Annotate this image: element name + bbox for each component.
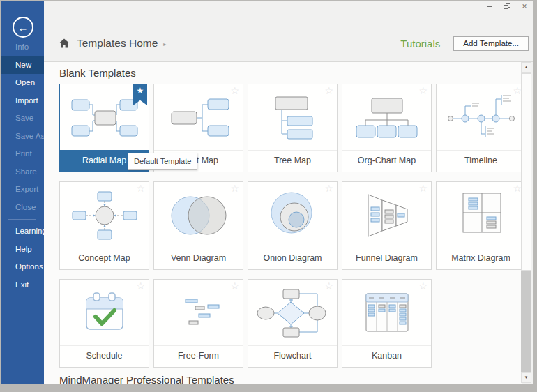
template-card-label: Funnel Diagram <box>342 248 431 269</box>
template-card-free-form[interactable]: ☆ Free-Form <box>153 279 243 368</box>
template-card-label: Tree Map <box>248 150 337 172</box>
template-card-funnel-diagram[interactable]: ☆ Funnel Diagram <box>342 181 432 270</box>
close-icon[interactable]: ✕ <box>521 3 528 10</box>
template-card-label: Timeline <box>437 150 522 172</box>
funnel-diagram-icon <box>342 182 431 249</box>
right-map-icon <box>154 84 243 151</box>
template-card-concept-map[interactable]: ☆ Concept Map <box>59 181 149 270</box>
sidebar-item-close: Close <box>1 199 44 217</box>
sidebar-item-share: Share <box>1 163 44 181</box>
sidebar-item-exit[interactable]: Exit <box>1 276 44 294</box>
template-card-flowchart[interactable]: ☆ Flowchart <box>248 279 338 368</box>
scroll-down-icon[interactable]: ▼ <box>521 372 531 383</box>
template-card-label: Schedule <box>60 345 149 367</box>
favorite-star-icon[interactable]: ☆ <box>418 183 428 193</box>
favorite-star-icon[interactable]: ☆ <box>324 281 333 291</box>
timeline-icon <box>437 84 522 151</box>
favorite-star-icon[interactable]: ☆ <box>230 86 239 96</box>
flowchart-icon <box>248 280 337 347</box>
sidebar-item-export: Export <box>1 181 44 199</box>
template-card-label: Kanban <box>342 345 431 367</box>
sidebar-item-new[interactable]: New <box>1 56 44 75</box>
title-bar: ✕ <box>44 1 533 12</box>
template-card-label: Matrix Diagram <box>437 248 522 269</box>
template-card-timeline[interactable]: ☆ Timeline <box>436 84 522 172</box>
sidebar-item-save-as: Save As <box>1 128 44 146</box>
backstage-sidebar: ← InfoNewOpenImportSaveSave AsPrintShare… <box>1 1 44 384</box>
favorite-star-icon[interactable]: ☆ <box>136 281 145 291</box>
favorite-star-icon[interactable]: ☆ <box>230 183 239 193</box>
template-card-onion-diagram[interactable]: ☆ Onion Diagram <box>248 181 338 270</box>
star-icon: ★ <box>133 86 147 95</box>
schedule-icon <box>60 280 149 347</box>
vertical-scrollbar[interactable]: ▲ ▼ <box>521 62 531 383</box>
page-header: Templates Home ▸ Tutorials Add Template.… <box>59 33 529 53</box>
sidebar-nav: InfoNewOpenImportSaveSave AsPrintShareEx… <box>1 38 44 294</box>
matrix-diagram-icon <box>437 182 522 249</box>
scroll-up-icon[interactable]: ▲ <box>521 62 531 73</box>
home-icon <box>59 38 70 48</box>
concept-map-icon <box>60 182 149 249</box>
blank-templates-grid: ☆ ★ Radial Map ☆ Right Map ☆ Tree Map ☆ … <box>59 84 522 368</box>
favorite-star-icon[interactable]: ☆ <box>230 281 239 291</box>
window-controls: ✕ <box>486 3 528 10</box>
back-arrow-icon: ← <box>18 22 29 33</box>
restore-icon[interactable] <box>504 3 510 10</box>
template-card-kanban[interactable]: ☆ Kanban <box>342 279 432 368</box>
sidebar-item-learning[interactable]: Learning <box>1 223 44 241</box>
mindmanager-backstage: { "titlebar": { "controls": ["minimize",… <box>0 0 537 392</box>
free-form-icon <box>154 280 243 347</box>
template-card-label: Org-Chart Map <box>342 150 431 172</box>
sidebar-item-open[interactable]: Open <box>1 74 44 92</box>
template-card-schedule[interactable]: ☆ Schedule <box>59 279 149 368</box>
org-chart-map-icon <box>342 84 431 151</box>
favorite-star-icon[interactable]: ☆ <box>324 183 333 193</box>
template-card-label: Onion Diagram <box>248 248 337 269</box>
tutorials-link[interactable]: Tutorials <box>400 38 440 50</box>
app-window: ✕ ← InfoNewOpenImportSaveSave AsPrintSha… <box>1 1 533 384</box>
template-card-tree-map[interactable]: ☆ Tree Map <box>248 84 338 172</box>
templates-content: Blank Templates ☆ ★ Radial Map ☆ Right M… <box>44 62 522 384</box>
kanban-icon <box>342 280 431 347</box>
favorite-star-icon[interactable]: ☆ <box>136 183 145 193</box>
template-card-matrix-diagram[interactable]: ☆ Matrix Diagram <box>436 181 522 270</box>
sidebar-item-import[interactable]: Import <box>1 92 44 110</box>
add-template-button[interactable]: Add Template... <box>453 36 529 51</box>
favorite-star-icon[interactable]: ☆ <box>418 281 428 291</box>
chevron-right-icon[interactable]: ▸ <box>163 40 166 47</box>
sidebar-item-print: Print <box>1 145 44 163</box>
template-card-org-chart-map[interactable]: ☆ Org-Chart Map <box>342 84 432 172</box>
favorite-star-icon[interactable]: ☆ <box>324 86 333 96</box>
favorite-star-icon[interactable]: ☆ <box>418 86 428 96</box>
scrollbar-thumb[interactable] <box>521 73 531 271</box>
back-button[interactable]: ← <box>13 17 33 38</box>
tree-map-icon <box>248 84 337 151</box>
template-card-label: Concept Map <box>60 248 149 269</box>
default-template-tooltip: Default Template <box>128 153 197 170</box>
venn-diagram-icon <box>154 182 243 249</box>
sidebar-item-options[interactable]: Options <box>1 258 44 276</box>
page-title: Templates Home <box>77 37 158 50</box>
template-card-label: Flowchart <box>248 345 337 367</box>
sidebar-item-info: Info <box>1 38 44 56</box>
section-title-professional-templates: MindManager Professional Templates <box>59 374 522 384</box>
onion-diagram-icon <box>248 182 337 249</box>
scrollbar-track[interactable] <box>521 271 531 372</box>
section-title-blank-templates: Blank Templates <box>59 67 522 79</box>
sidebar-item-save: Save <box>1 110 44 128</box>
template-card-label: Free-Form <box>154 345 243 367</box>
template-card-label: Venn Diagram <box>154 248 243 269</box>
minimize-icon[interactable] <box>486 3 493 10</box>
sidebar-item-help[interactable]: Help <box>1 241 44 259</box>
sidebar-divider <box>8 219 36 220</box>
template-card-venn-diagram[interactable]: ☆ Venn Diagram <box>153 181 243 270</box>
